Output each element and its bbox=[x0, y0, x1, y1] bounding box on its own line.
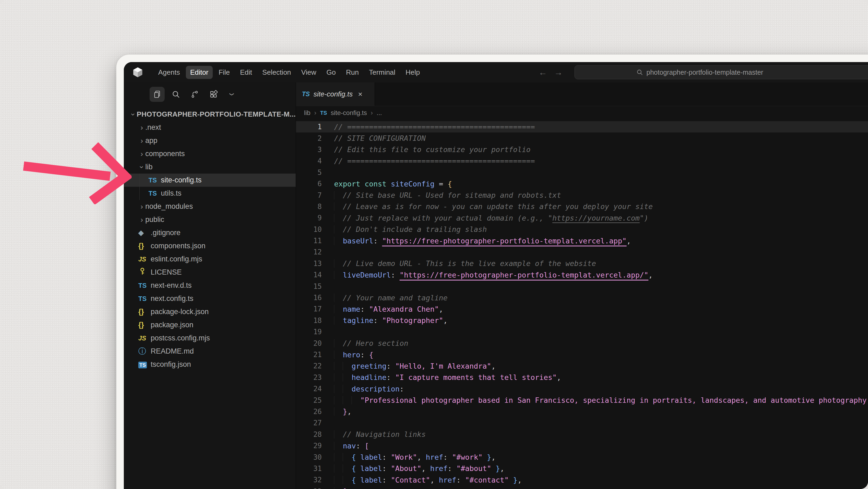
search-icon[interactable] bbox=[168, 87, 183, 102]
folder-lib[interactable]: ›lib bbox=[124, 160, 296, 174]
code-line-13[interactable]: 13// Live demo URL - This is the live ex… bbox=[296, 258, 868, 269]
code-token bbox=[356, 476, 360, 484]
code-line-6[interactable]: 6export const siteConfig = { bbox=[296, 178, 868, 189]
file-next.config.ts[interactable]: TSnext.config.ts bbox=[124, 292, 296, 305]
folder-components[interactable]: ›components bbox=[124, 147, 296, 160]
code-line-20[interactable]: 20// Hero section bbox=[296, 337, 868, 349]
code-line-17[interactable]: 17name: "Alexandra Chen", bbox=[296, 303, 868, 315]
code-line-25[interactable]: 25"Professional photographer based in Sa… bbox=[296, 394, 868, 406]
file-next-env.d.ts[interactable]: TSnext-env.d.ts bbox=[124, 279, 296, 292]
explorer-icon[interactable] bbox=[150, 87, 165, 102]
code-token: greeting bbox=[351, 362, 386, 370]
code-editor[interactable]: 1// ====================================… bbox=[296, 120, 868, 489]
line-content: // Just replace with your actual domain … bbox=[322, 214, 648, 222]
menu-file[interactable]: File bbox=[214, 66, 234, 79]
code-token: // =====================================… bbox=[334, 123, 535, 131]
chevron-icon: › bbox=[129, 111, 137, 118]
code-line-18[interactable]: 18tagline: "Photographer", bbox=[296, 315, 868, 326]
code-line-28[interactable]: 28// Navigation links bbox=[296, 429, 868, 440]
folder-.next[interactable]: ›.next bbox=[124, 121, 296, 134]
chevron-down-icon[interactable]: › bbox=[225, 87, 240, 102]
code-line-26[interactable]: 26}, bbox=[296, 406, 868, 417]
command-search[interactable] bbox=[575, 65, 868, 79]
tab-site-config[interactable]: TS site-config.ts × bbox=[296, 83, 375, 106]
code-line-14[interactable]: 14liveDemoUrl: "https://free-photographe… bbox=[296, 269, 868, 280]
code-line-9[interactable]: 9// Just replace with your actual domain… bbox=[296, 212, 868, 223]
menu-terminal[interactable]: Terminal bbox=[365, 66, 400, 79]
code-line-30[interactable]: 30{ label: "Work", href: "#work" }, bbox=[296, 451, 868, 463]
code-token: } bbox=[487, 453, 491, 461]
code-line-29[interactable]: 29nav: [ bbox=[296, 440, 868, 451]
line-content: // Site base URL - Used for sitemap and … bbox=[322, 191, 561, 200]
code-line-4[interactable]: 4// ====================================… bbox=[296, 155, 868, 166]
indent-guide bbox=[334, 350, 343, 359]
code-token: [ bbox=[365, 442, 369, 450]
indent-guide bbox=[334, 214, 343, 222]
code-line-12[interactable]: 12 bbox=[296, 246, 868, 258]
code-line-33[interactable]: 33], bbox=[296, 486, 868, 489]
code-line-15[interactable]: 15 bbox=[296, 280, 868, 292]
menu-go[interactable]: Go bbox=[322, 66, 340, 79]
code-token: tagline bbox=[343, 316, 373, 325]
code-token: , bbox=[491, 362, 496, 370]
breadcrumb-item[interactable]: ... bbox=[376, 109, 382, 117]
code-line-31[interactable]: 31{ label: "About", href: "#about" }, bbox=[296, 463, 868, 474]
folder-node-modules[interactable]: ›node_modules bbox=[124, 200, 296, 213]
code-line-22[interactable]: 22greeting: "Hello, I'm Alexandra", bbox=[296, 360, 868, 372]
back-arrow-icon[interactable]: ← bbox=[538, 67, 547, 78]
code-line-3[interactable]: 3// Edit this file to customize your por… bbox=[296, 144, 868, 155]
code-line-19[interactable]: 19 bbox=[296, 326, 868, 337]
code-line-24[interactable]: 24description: bbox=[296, 383, 868, 394]
extensions-icon[interactable] bbox=[206, 87, 221, 102]
menu-agents[interactable]: Agents bbox=[154, 66, 184, 79]
file-site-config.ts[interactable]: TSsite-config.ts bbox=[124, 174, 296, 187]
file-.gitignore[interactable]: ◆.gitignore bbox=[124, 226, 296, 239]
code-token: , bbox=[491, 453, 496, 461]
file-postcss.config.mjs[interactable]: JSpostcss.config.mjs bbox=[124, 332, 296, 345]
close-tab-icon[interactable]: × bbox=[358, 90, 362, 99]
code-line-23[interactable]: 23headline: "I capture moments that tell… bbox=[296, 372, 868, 383]
code-line-2[interactable]: 2// SITE CONFIGURATION bbox=[296, 132, 868, 144]
file-components.json[interactable]: {}components.json bbox=[124, 239, 296, 252]
menu-help[interactable]: Help bbox=[401, 66, 424, 79]
folder-public[interactable]: ›public bbox=[124, 213, 296, 226]
source-control-icon[interactable] bbox=[187, 87, 202, 102]
search-input[interactable] bbox=[646, 68, 813, 76]
line-content: name: "Alexandra Chen", bbox=[322, 305, 443, 313]
menu-run[interactable]: Run bbox=[342, 66, 363, 79]
file-utils.ts[interactable]: TSutils.ts bbox=[124, 187, 296, 200]
file-package-lock.json[interactable]: {}package-lock.json bbox=[124, 305, 296, 318]
menu-view[interactable]: View bbox=[297, 66, 321, 79]
code-line-16[interactable]: 16// Your name and tagline bbox=[296, 292, 868, 303]
forward-arrow-icon[interactable]: → bbox=[554, 67, 563, 78]
file-explorer: ›PHOTOGRAPHER-PORTFOLIO-TEMPLATE-M...›.n… bbox=[124, 106, 296, 489]
file-package.json[interactable]: {}package.json bbox=[124, 318, 296, 332]
code-token: description bbox=[351, 385, 400, 393]
menu-selection[interactable]: Selection bbox=[258, 66, 296, 79]
breadcrumb-item[interactable]: lib bbox=[304, 109, 310, 117]
file-eslint.config.mjs[interactable]: JSeslint.config.mjs bbox=[124, 252, 296, 266]
file-tsconfig.json[interactable]: TStsconfig.json bbox=[124, 358, 296, 371]
breadcrumb-item[interactable]: site-config.ts bbox=[331, 109, 367, 117]
code-line-5[interactable]: 5 bbox=[296, 167, 868, 178]
menu-editor[interactable]: Editor bbox=[186, 66, 213, 79]
code-line-10[interactable]: 10// Don't include a trailing slash bbox=[296, 224, 868, 235]
file-label: package.json bbox=[151, 321, 193, 329]
menu-edit[interactable]: Edit bbox=[236, 66, 256, 79]
code-line-32[interactable]: 32{ label: "Contact", href: "#contact" }… bbox=[296, 474, 868, 486]
code-line-1[interactable]: 1// ====================================… bbox=[296, 121, 868, 132]
file-label: components.json bbox=[151, 242, 206, 250]
code-line-11[interactable]: 11baseUrl: "https://free-photographer-po… bbox=[296, 235, 868, 246]
line-number: 31 bbox=[296, 464, 322, 472]
folder-app[interactable]: ›app bbox=[124, 134, 296, 147]
code-line-8[interactable]: 8// Leave as is for now - you can update… bbox=[296, 201, 868, 212]
cursor-logo-icon bbox=[132, 66, 144, 78]
code-line-27[interactable]: 27 bbox=[296, 417, 868, 429]
code-line-21[interactable]: 21hero: { bbox=[296, 349, 868, 360]
code-line-7[interactable]: 7// Site base URL - Used for sitemap and… bbox=[296, 189, 868, 201]
folder-root[interactable]: ›PHOTOGRAPHER-PORTFOLIO-TEMPLATE-M... bbox=[124, 108, 296, 121]
json-file-icon: {} bbox=[138, 242, 151, 250]
file-license[interactable]: LICENSE bbox=[124, 266, 296, 279]
file-readme.md[interactable]: ⓘREADME.md bbox=[124, 345, 296, 358]
code-token: // Your name and tagline bbox=[343, 294, 447, 302]
